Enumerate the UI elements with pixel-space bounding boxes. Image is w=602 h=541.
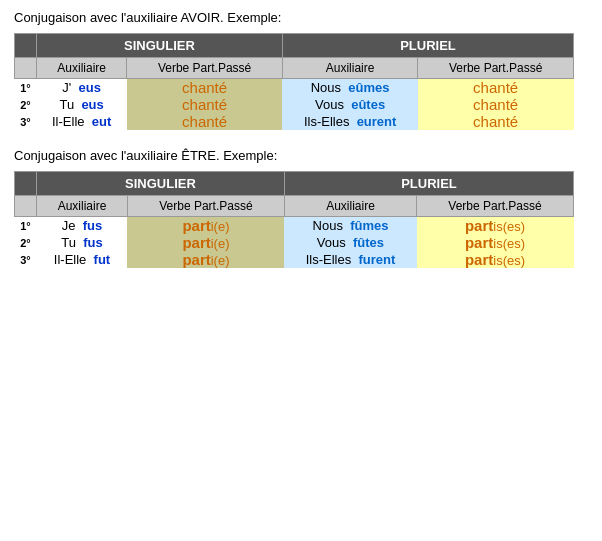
sing-verb-cell: parti(e) (127, 234, 284, 251)
avoir-sing-aux-sh: Auxiliaire (37, 58, 127, 79)
plur-subj: Ils-Elles (304, 114, 353, 129)
etre-singulier-header: SINGULIER (37, 172, 285, 196)
avoir-plur-verb-sh: Verbe Part.Passé (418, 58, 574, 79)
sing-aux-verb: fus (83, 235, 103, 250)
plur-subj: Vous (317, 235, 350, 250)
plur-aux-verb: furent (358, 252, 395, 267)
plur-part-verb: partis(es) (465, 217, 525, 234)
sing-subj: Je (62, 218, 79, 233)
etre-pluriel-header: PLURIEL (284, 172, 573, 196)
plur-verb-cell: chanté (418, 79, 574, 97)
sing-verb-cell: chanté (127, 79, 283, 97)
plur-aux-verb: eûmes (348, 80, 389, 95)
section2-intro: Conjugaison avec l'auxiliaire ÊTRE. Exem… (14, 148, 588, 163)
plur-aux-cell: Nous eûmes (282, 79, 417, 97)
avoir-plur-aux-sh: Auxiliaire (282, 58, 417, 79)
avoir-tbody: 1° J' eus chanté Nous eûmes chanté 2° Tu… (15, 79, 574, 131)
row-num: 1° (15, 79, 37, 97)
table-row: 3° Il-Elle eut chanté Ils-Elles eurent c… (15, 113, 574, 130)
plur-verb-cell: chanté (418, 113, 574, 130)
sing-aux-verb: eus (79, 80, 101, 95)
row-num: 2° (15, 234, 37, 251)
sing-verb-cell: parti(e) (127, 217, 284, 235)
plur-verb-cell: partis(es) (417, 234, 574, 251)
row-num: 3° (15, 251, 37, 268)
plur-aux-verb: eurent (357, 114, 397, 129)
plur-subj: Nous (313, 218, 347, 233)
avoir-pluriel-header: PLURIEL (282, 34, 573, 58)
sing-aux-cell: Tu fus (37, 234, 128, 251)
sing-aux-verb: fut (94, 252, 111, 267)
table-row: 2° Tu fus parti(e) Vous fûtes partis(es) (15, 234, 574, 251)
plur-part-verb: chanté (473, 79, 518, 96)
plur-verb-cell: chanté (418, 96, 574, 113)
etre-sing-aux-sh: Auxiliaire (37, 196, 128, 217)
plur-part-verb: partis(es) (465, 234, 525, 251)
plur-part-verb: chanté (473, 96, 518, 113)
row-num: 2° (15, 96, 37, 113)
row-num: 1° (15, 217, 37, 235)
etre-subheader-row: Auxiliaire Verbe Part.Passé Auxiliaire V… (15, 196, 574, 217)
sing-verb-cell: chanté (127, 96, 283, 113)
sing-part-verb: parti(e) (182, 217, 229, 234)
sing-part-verb: chanté (182, 79, 227, 96)
plur-aux-cell: Nous fûmes (284, 217, 416, 235)
sing-aux-verb: eus (81, 97, 103, 112)
plur-aux-verb: fûtes (353, 235, 384, 250)
etre-empty-th (15, 172, 37, 196)
sing-part-verb: chanté (182, 96, 227, 113)
plur-aux-verb: fûmes (350, 218, 388, 233)
avoir-sing-verb-sh: Verbe Part.Passé (127, 58, 283, 79)
sing-aux-cell: J' eus (37, 79, 127, 97)
table-row: 2° Tu eus chanté Vous eûtes chanté (15, 96, 574, 113)
plur-part-verb: chanté (473, 113, 518, 130)
sing-verb-cell: chanté (127, 113, 283, 130)
sing-subj: Tu (59, 97, 77, 112)
sing-aux-verb: fus (83, 218, 103, 233)
plur-aux-verb: eûtes (351, 97, 385, 112)
section1-intro: Conjugaison avec l'auxiliaire AVOIR. Exe… (14, 10, 588, 25)
etre-sing-verb-sh: Verbe Part.Passé (127, 196, 284, 217)
etre-header-row: SINGULIER PLURIEL (15, 172, 574, 196)
sing-aux-verb: eut (92, 114, 112, 129)
plur-subj: Nous (311, 80, 345, 95)
plur-subj: Vous (315, 97, 348, 112)
table-row: 1° Je fus parti(e) Nous fûmes partis(es) (15, 217, 574, 235)
plur-subj: Ils-Elles (306, 252, 355, 267)
row-num: 3° (15, 113, 37, 130)
table-row: 3° Il-Elle fut parti(e) Ils-Elles furent… (15, 251, 574, 268)
sing-part-verb: chanté (182, 113, 227, 130)
sing-subj: Tu (61, 235, 79, 250)
sing-verb-cell: parti(e) (127, 251, 284, 268)
etre-plur-verb-sh: Verbe Part.Passé (417, 196, 574, 217)
avoir-num-sh (15, 58, 37, 79)
sing-part-verb: parti(e) (182, 234, 229, 251)
etre-table: SINGULIER PLURIEL Auxiliaire Verbe Part.… (14, 171, 574, 268)
sing-subj: Il-Elle (54, 252, 90, 267)
sing-part-verb: parti(e) (182, 251, 229, 268)
sing-subj: J' (62, 80, 75, 95)
etre-num-sh (15, 196, 37, 217)
sing-aux-cell: Je fus (37, 217, 128, 235)
plur-aux-cell: Vous fûtes (284, 234, 416, 251)
avoir-subheader-row: Auxiliaire Verbe Part.Passé Auxiliaire V… (15, 58, 574, 79)
plur-aux-cell: Ils-Elles eurent (282, 113, 417, 130)
avoir-singulier-header: SINGULIER (37, 34, 283, 58)
plur-part-verb: partis(es) (465, 251, 525, 268)
etre-tbody: 1° Je fus parti(e) Nous fûmes partis(es)… (15, 217, 574, 269)
avoir-empty-th (15, 34, 37, 58)
plur-verb-cell: partis(es) (417, 251, 574, 268)
plur-aux-cell: Vous eûtes (282, 96, 417, 113)
sing-aux-cell: Tu eus (37, 96, 127, 113)
table-row: 1° J' eus chanté Nous eûmes chanté (15, 79, 574, 97)
plur-verb-cell: partis(es) (417, 217, 574, 235)
sing-aux-cell: Il-Elle fut (37, 251, 128, 268)
etre-plur-aux-sh: Auxiliaire (284, 196, 416, 217)
avoir-header-row: SINGULIER PLURIEL (15, 34, 574, 58)
sing-aux-cell: Il-Elle eut (37, 113, 127, 130)
sing-subj: Il-Elle (52, 114, 88, 129)
avoir-table: SINGULIER PLURIEL Auxiliaire Verbe Part.… (14, 33, 574, 130)
plur-aux-cell: Ils-Elles furent (284, 251, 416, 268)
